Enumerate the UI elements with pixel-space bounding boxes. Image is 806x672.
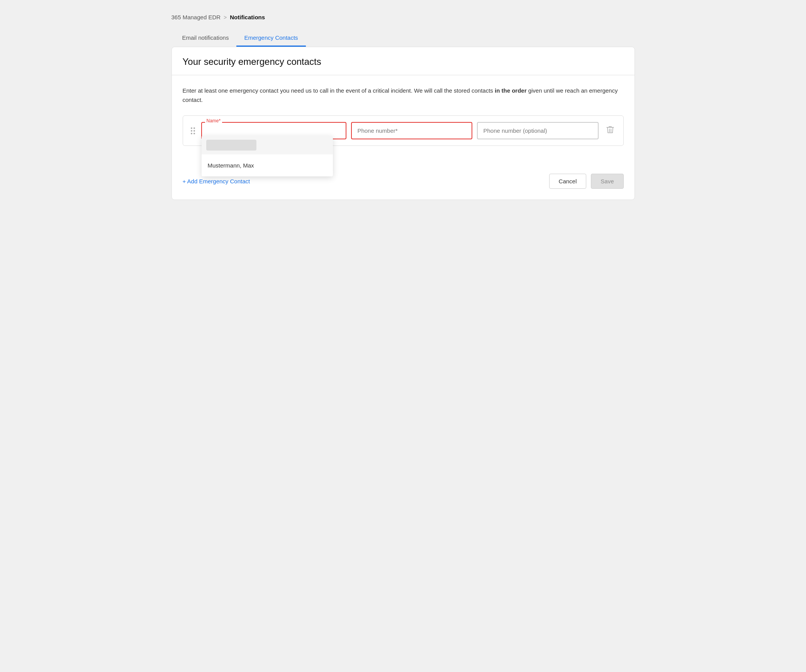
drag-dot-6 [193,133,195,134]
tab-email-notifications[interactable]: Email notifications [175,30,237,47]
cancel-button[interactable]: Cancel [549,174,587,189]
main-card: Your security emergency contacts Enter a… [171,47,635,200]
add-emergency-contact-button[interactable]: + Add Emergency Contact [183,178,250,185]
description-text-1: Enter at least one emergency contact you… [183,87,495,94]
name-label: Name* [205,118,222,124]
dropdown-items: Mustermann, Max [202,154,333,176]
tabs-wrapper: Email notifications Emergency Contacts [171,30,635,47]
drag-handle-dots [191,127,195,134]
breadcrumb-current: Notifications [230,14,265,20]
drag-dot-4 [193,130,195,132]
drag-dot-2 [193,127,195,129]
name-dropdown: Mustermann, Max [202,136,333,176]
dropdown-item[interactable]: Mustermann, Max [202,157,333,173]
card-body: Enter at least one emergency contact you… [172,75,635,166]
drag-dot-3 [191,130,192,132]
drag-dot-5 [191,133,192,134]
phone-optional-input[interactable] [477,122,598,139]
card-header: Your security emergency contacts [172,47,635,75]
tabs-container: Email notifications Emergency Contacts [173,30,633,47]
footer-actions: Cancel Save [549,174,624,189]
description: Enter at least one emergency contact you… [183,86,624,105]
phone-required-field-group [351,122,472,139]
tab-emergency-contacts[interactable]: Emergency Contacts [236,30,305,47]
breadcrumb: 365 Managed EDR > Notifications [171,8,635,30]
drag-handle[interactable] [189,126,197,136]
trash-icon [606,125,614,134]
page-container: 365 Managed EDR > Notifications Email no… [171,8,635,200]
page-title: Your security emergency contacts [183,56,624,67]
save-button[interactable]: Save [591,174,623,189]
description-bold: in the order [495,87,527,94]
phone-required-input[interactable] [351,122,472,139]
dropdown-search-area [202,136,333,154]
dropdown-search-bar [206,140,256,151]
breadcrumb-parent: 365 Managed EDR [171,14,221,20]
contacts-area: Name* [183,115,624,146]
phone-optional-field-group [477,122,598,139]
delete-contact-button[interactable] [603,122,617,139]
drag-dot-1 [191,127,192,129]
breadcrumb-separator: > [224,14,227,20]
